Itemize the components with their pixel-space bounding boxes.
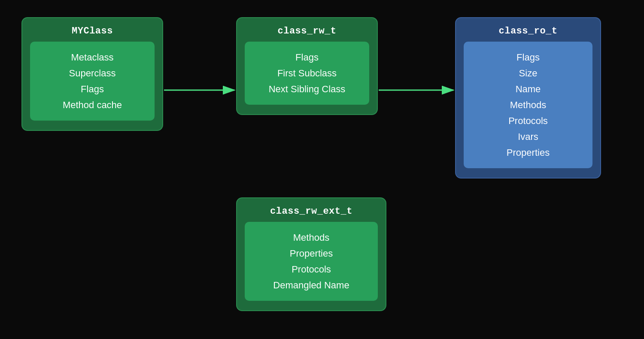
class-rw-ext-field-0: Methods bbox=[293, 230, 329, 245]
class-rw-ext-field-2: Protocols bbox=[292, 262, 331, 276]
myclass-inner: Metaclass Superclass Flags Method cache bbox=[30, 42, 155, 121]
myclass-field-3: Method cache bbox=[63, 98, 122, 112]
class-rw-field-1: First Subclass bbox=[277, 66, 337, 80]
class-ro-title: class_ro_t bbox=[464, 26, 592, 36]
myclass-field-2: Flags bbox=[81, 82, 104, 96]
box-class-ro: class_ro_t Flags Size Name Methods Proto… bbox=[455, 17, 601, 179]
class-rw-title: class_rw_t bbox=[245, 26, 369, 36]
class-rw-ext-inner: Methods Properties Protocols Demangled N… bbox=[245, 222, 378, 301]
class-ro-field-5: Ivars bbox=[518, 130, 538, 144]
diagram-container: MYClass Metaclass Superclass Flags Metho… bbox=[0, 0, 644, 339]
class-ro-field-6: Properties bbox=[507, 145, 550, 160]
myclass-title: MYClass bbox=[30, 26, 155, 36]
class-rw-inner: Flags First Subclass Next Sibling Class bbox=[245, 42, 369, 105]
class-ro-field-1: Size bbox=[519, 66, 538, 80]
box-class-rw: class_rw_t Flags First Subclass Next Sib… bbox=[236, 17, 378, 115]
class-ro-field-0: Flags bbox=[516, 50, 540, 64]
box-class-rw-ext: class_rw_ext_t Methods Properties Protoc… bbox=[236, 197, 386, 311]
class-rw-field-0: Flags bbox=[295, 50, 319, 64]
class-rw-ext-field-1: Properties bbox=[290, 246, 333, 260]
class-ro-field-4: Protocols bbox=[508, 114, 548, 128]
class-rw-ext-field-3: Demangled Name bbox=[273, 278, 349, 292]
myclass-field-1: Superclass bbox=[69, 66, 116, 80]
class-ro-field-2: Name bbox=[516, 82, 541, 96]
class-rw-field-2: Next Sibling Class bbox=[269, 82, 346, 96]
class-ro-inner: Flags Size Name Methods Protocols Ivars … bbox=[464, 42, 592, 168]
class-ro-field-3: Methods bbox=[510, 98, 546, 112]
myclass-field-0: Metaclass bbox=[71, 50, 113, 64]
class-rw-ext-title: class_rw_ext_t bbox=[245, 206, 378, 217]
box-myclass: MYClass Metaclass Superclass Flags Metho… bbox=[21, 17, 163, 131]
